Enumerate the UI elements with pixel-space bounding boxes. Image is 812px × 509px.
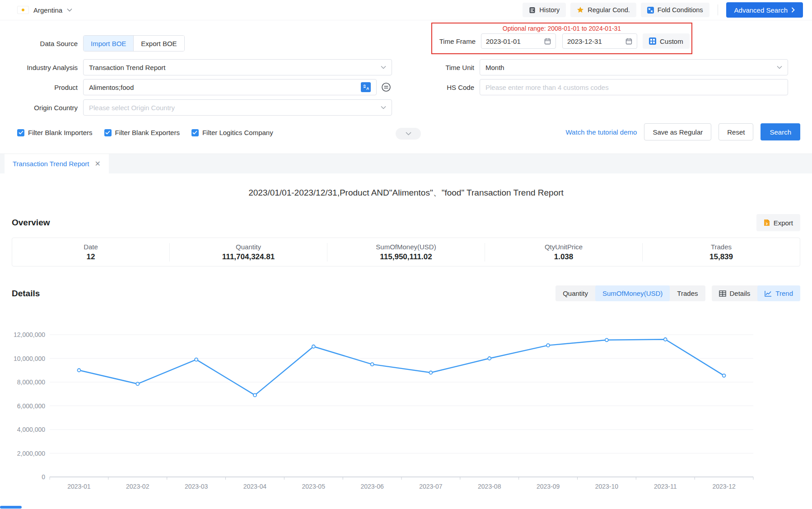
view-tab-trend[interactable]: Trend bbox=[757, 285, 800, 301]
checkbox-checked-icon bbox=[17, 129, 24, 136]
custom-range-icon bbox=[649, 37, 656, 45]
export-label: Export bbox=[774, 219, 793, 227]
horizontal-scrollbar-thumb[interactable] bbox=[0, 506, 22, 509]
time-frame-row: Time Frame Custom bbox=[432, 33, 691, 49]
time-unit-label: Time Unit bbox=[406, 64, 474, 71]
calendar-icon[interactable] bbox=[625, 38, 632, 45]
industry-analysis-select[interactable]: Transaction Trend Report bbox=[83, 59, 392, 75]
country-selector[interactable]: Argentina bbox=[17, 6, 72, 14]
product-input-wrap: A bbox=[83, 79, 377, 95]
svg-text:2023-08: 2023-08 bbox=[478, 483, 501, 490]
import-boe-tab[interactable]: Import BOE bbox=[84, 36, 133, 51]
checkbox-checked-icon bbox=[104, 129, 112, 136]
stat-value: 115,950,111.02 bbox=[327, 252, 485, 262]
time-unit-row: Time Unit Month bbox=[406, 59, 788, 75]
data-source-label: Data Source bbox=[5, 40, 78, 47]
details-toggles: Quantity SumOfMoney(USD) Trades Details … bbox=[555, 285, 800, 301]
expand-conditions-button[interactable] bbox=[396, 128, 421, 140]
export-file-icon bbox=[764, 219, 770, 226]
stat-label: QtyUnitPrice bbox=[485, 243, 642, 251]
svg-text:6,000,000: 6,000,000 bbox=[17, 402, 45, 410]
export-button[interactable]: Export bbox=[756, 214, 800, 231]
search-form: Data Source Import BOE Export BOE Option… bbox=[0, 20, 812, 154]
export-boe-tab[interactable]: Export BOE bbox=[133, 36, 184, 51]
top-bar: Argentina History Regular Cond. Fold Con… bbox=[0, 0, 812, 20]
fold-conditions-button[interactable]: Fold Conditions bbox=[641, 3, 709, 17]
details-header-row: Details Quantity SumOfMoney(USD) Trades … bbox=[12, 285, 800, 301]
svg-text:2023-02: 2023-02 bbox=[126, 483, 149, 490]
stat-date: Date 12 bbox=[12, 243, 169, 262]
details-heading: Details bbox=[12, 289, 40, 299]
country-name: Argentina bbox=[33, 6, 62, 14]
svg-text:2023-07: 2023-07 bbox=[419, 483, 443, 490]
svg-text:2023-01: 2023-01 bbox=[67, 483, 91, 490]
metric-tab-quantity[interactable]: Quantity bbox=[555, 285, 595, 301]
time-unit-select[interactable]: Month bbox=[480, 59, 788, 75]
metric-tab-sum-of-money[interactable]: SumOfMoney(USD) bbox=[595, 285, 670, 301]
tutorial-link[interactable]: Watch the tutorial demo bbox=[566, 128, 637, 136]
hs-code-label: HS Code bbox=[406, 84, 474, 91]
optional-range-text: Optional range: 2008-01-01 to 2024-01-31 bbox=[432, 23, 691, 32]
data-source-toggle: Import BOE Export BOE bbox=[83, 35, 185, 51]
custom-range-button[interactable]: Custom bbox=[643, 33, 690, 49]
metric-tab-trades[interactable]: Trades bbox=[670, 285, 705, 301]
regular-cond-button[interactable]: Regular Cond. bbox=[570, 3, 636, 17]
regular-cond-label: Regular Cond. bbox=[588, 6, 630, 14]
industry-analysis-label: Industry Analysis bbox=[5, 64, 78, 71]
calendar-icon[interactable] bbox=[544, 38, 551, 45]
origin-country-select[interactable]: Please select Origin Country bbox=[83, 99, 392, 116]
chevron-down-icon bbox=[67, 8, 72, 12]
trend-chart-area: 02,000,0004,000,0006,000,0008,000,00010,… bbox=[0, 304, 812, 500]
metric-toggle: Quantity SumOfMoney(USD) Trades bbox=[555, 285, 705, 301]
stat-value: 1.038 bbox=[485, 252, 642, 262]
close-icon[interactable]: ✕ bbox=[95, 160, 101, 168]
table-icon bbox=[719, 290, 726, 297]
filter-blank-importers-checkbox[interactable]: Filter Blank Importers bbox=[17, 129, 93, 136]
filter-logitics-company-checkbox[interactable]: Filter Logitics Company bbox=[191, 129, 273, 136]
stat-trades: Trades 15,839 bbox=[642, 243, 800, 262]
advanced-search-label: Advanced Search bbox=[734, 6, 788, 14]
search-button[interactable]: Search bbox=[761, 123, 800, 140]
hs-code-input-wrap bbox=[480, 79, 788, 95]
chevron-down-icon bbox=[381, 65, 386, 69]
chevron-down-icon bbox=[777, 65, 782, 69]
chevron-right-icon bbox=[791, 7, 795, 13]
hs-code-input[interactable] bbox=[485, 84, 782, 91]
reset-button[interactable]: Reset bbox=[719, 123, 753, 140]
time-frame-label: Time Frame bbox=[436, 37, 476, 45]
report-content: 2023/01/01-2023/12/31,Product AND"Alimen… bbox=[0, 187, 812, 301]
industry-analysis-row: Industry Analysis Transaction Trend Repo… bbox=[5, 59, 392, 75]
chevron-down-icon bbox=[406, 132, 411, 135]
overview-header-row: Overview Export bbox=[12, 214, 800, 231]
view-tab-details[interactable]: Details bbox=[712, 285, 758, 301]
checkbox-label: Filter Logitics Company bbox=[202, 129, 273, 136]
svg-text:2023-12: 2023-12 bbox=[712, 483, 736, 490]
filter-blank-exporters-checkbox[interactable]: Filter Blank Exporters bbox=[104, 129, 180, 136]
end-date-input[interactable] bbox=[567, 37, 625, 45]
product-input[interactable] bbox=[89, 84, 358, 91]
svg-text:2023-11: 2023-11 bbox=[654, 483, 677, 490]
svg-text:2023-09: 2023-09 bbox=[537, 483, 560, 490]
tab-label: Transaction Trend Report bbox=[13, 160, 89, 168]
start-date-input-wrap bbox=[481, 33, 556, 49]
save-as-regular-button[interactable]: Save as Regular bbox=[644, 123, 711, 140]
report-tab-bar: Transaction Trend Report ✕ bbox=[0, 154, 812, 173]
time-frame-highlight-box: Optional range: 2008-01-01 to 2024-01-31… bbox=[431, 23, 692, 54]
overview-heading: Overview bbox=[12, 218, 50, 228]
tab-transaction-trend-report[interactable]: Transaction Trend Report ✕ bbox=[5, 154, 109, 173]
translate-button[interactable]: A bbox=[361, 82, 371, 92]
start-date-input[interactable] bbox=[486, 37, 544, 45]
topbar-divider bbox=[718, 5, 718, 15]
topbar-actions: History Regular Cond. Fold Conditions Ad… bbox=[523, 2, 803, 18]
stat-qty-unit-price: QtyUnitPrice 1.038 bbox=[485, 243, 642, 262]
product-label: Product bbox=[5, 84, 78, 91]
word-annotation-button[interactable] bbox=[381, 82, 392, 93]
industry-analysis-value: Transaction Trend Report bbox=[89, 64, 381, 71]
history-button[interactable]: History bbox=[523, 3, 566, 17]
trend-line-chart[interactable]: 02,000,0004,000,0006,000,0008,000,00010,… bbox=[0, 304, 812, 498]
advanced-search-button[interactable]: Advanced Search bbox=[726, 2, 803, 18]
checkbox-label: Filter Blank Exporters bbox=[115, 129, 180, 136]
view-toggle: Details Trend bbox=[712, 285, 801, 301]
stat-quantity: Quantity 111,704,324.81 bbox=[169, 243, 327, 262]
fold-conditions-label: Fold Conditions bbox=[658, 6, 703, 14]
